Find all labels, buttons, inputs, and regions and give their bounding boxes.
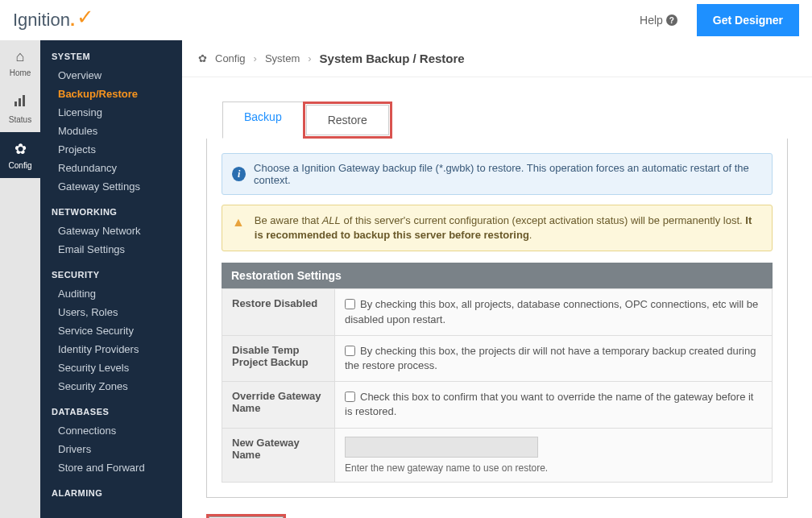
sidebar-item-redundancy[interactable]: Redundancy [40, 159, 182, 177]
get-designer-button[interactable]: Get Designer [697, 4, 799, 36]
file-row: Choose File Controller_Ignition-backup-2… [206, 514, 788, 519]
svg-rect-1 [19, 98, 21, 106]
help-link[interactable]: Help ? [640, 14, 677, 27]
desc-override-name: Check this box to confirm that you want … [345, 391, 753, 417]
side-header-databases: DATABASES [40, 407, 182, 421]
sidebar-item-backup-restore[interactable]: Backup/Restore [40, 85, 182, 103]
chevron-right-icon: › [308, 52, 311, 64]
sidebar-item-gateway-settings[interactable]: Gateway Settings [40, 177, 182, 196]
sidebar-item-overview[interactable]: Overview [40, 66, 182, 85]
warning-text: Be aware that ALL of this server's curre… [255, 213, 762, 242]
checkbox-override-name[interactable] [345, 392, 355, 402]
hint-new-name: Enter the new gateway name to use on res… [345, 462, 762, 474]
help-icon: ? [666, 15, 677, 26]
gear-icon: ✿ [14, 140, 27, 158]
rail-status-label: Status [9, 115, 31, 124]
tab-backup[interactable]: Backup [222, 102, 304, 139]
info-text: Choose a Ignition Gateway backup file (*… [254, 162, 762, 186]
desc-disable-temp: By checking this box, the projects dir w… [345, 345, 756, 371]
tab-restore-highlight: Restore [303, 102, 392, 139]
sidebar: SYSTEM Overview Backup/Restore Licensing… [40, 40, 182, 518]
crumb-system[interactable]: System [265, 52, 300, 64]
row-override-name: Override Gateway Name Check this box to … [222, 382, 773, 428]
row-disable-temp: Disable Temp Project Backup By checking … [222, 335, 773, 381]
sidebar-item-auditing[interactable]: Auditing [40, 284, 182, 303]
sidebar-item-store-forward[interactable]: Store and Forward [40, 458, 182, 477]
restore-panel: i Choose a Ignition Gateway backup file … [206, 139, 788, 498]
sidebar-item-modules[interactable]: Modules [40, 122, 182, 140]
rail-home[interactable]: ⌂ Home [0, 40, 40, 85]
home-icon: ⌂ [16, 48, 25, 65]
warning-bar: ▲ Be aware that ALL of this server's cur… [222, 205, 773, 251]
breadcrumb: ✿ Config › System › System Backup / Rest… [182, 40, 812, 77]
left-rail: ⌂ Home Status ✿ Config [0, 40, 40, 518]
crumb-config[interactable]: Config [215, 52, 246, 64]
svg-rect-0 [14, 102, 17, 106]
desc-restore-disabled: By checking this box, all projects, data… [345, 298, 758, 325]
checkbox-disable-temp[interactable] [345, 346, 355, 356]
sidebar-item-security-zones[interactable]: Security Zones [40, 377, 182, 396]
sidebar-item-users-roles[interactable]: Users, Roles [40, 303, 182, 321]
rail-config[interactable]: ✿ Config [0, 132, 40, 178]
logo: Ignition.✓ [13, 8, 94, 33]
row-restore-disabled: Restore Disabled By checking this box, a… [222, 289, 773, 335]
svg-rect-2 [23, 95, 25, 106]
checkbox-restore-disabled[interactable] [345, 299, 355, 309]
gear-icon: ✿ [198, 52, 207, 64]
label-new-name: New Gateway Name [222, 428, 335, 482]
label-restore-disabled: Restore Disabled [222, 289, 335, 335]
sidebar-item-security-levels[interactable]: Security Levels [40, 358, 182, 377]
info-icon: i [232, 167, 246, 181]
warning-icon: ▲ [232, 213, 245, 231]
logo-text: Ignition [13, 10, 70, 31]
side-header-networking: NETWORKING [40, 207, 182, 222]
topbar-right: Help ? Get Designer [640, 4, 799, 36]
side-header-alarming: ALARMING [40, 488, 182, 503]
content-area: ✿ Config › System › System Backup / Rest… [182, 40, 812, 518]
settings-header: Restoration Settings [222, 263, 773, 288]
label-override-name: Override Gateway Name [222, 382, 335, 428]
tab-restore[interactable]: Restore [306, 105, 389, 135]
sidebar-item-licensing[interactable]: Licensing [40, 103, 182, 122]
logo-dot: . [70, 10, 75, 31]
rail-config-label: Config [9, 161, 32, 170]
sidebar-item-service-security[interactable]: Service Security [40, 321, 182, 340]
choose-file-highlight: Choose File [206, 514, 286, 519]
sidebar-item-identity-providers[interactable]: Identity Providers [40, 340, 182, 358]
settings-table: Restore Disabled By checking this box, a… [222, 288, 773, 482]
bar-chart-icon [13, 93, 27, 112]
sidebar-item-gateway-network[interactable]: Gateway Network [40, 222, 182, 240]
side-header-security: SECURITY [40, 270, 182, 284]
side-header-system: SYSTEM [40, 52, 182, 66]
tab-row: Backup Restore [182, 77, 812, 139]
logo-swoosh-icon: ✓ [77, 5, 94, 30]
sidebar-item-drivers[interactable]: Drivers [40, 440, 182, 458]
info-bar: i Choose a Ignition Gateway backup file … [222, 153, 773, 195]
rail-home-label: Home [10, 68, 31, 77]
rail-status[interactable]: Status [0, 85, 40, 132]
sidebar-item-email-settings[interactable]: Email Settings [40, 240, 182, 259]
input-new-gateway-name[interactable] [345, 437, 538, 458]
topbar: Ignition.✓ Help ? Get Designer [0, 0, 812, 40]
chevron-right-icon: › [254, 52, 257, 64]
label-disable-temp: Disable Temp Project Backup [222, 335, 335, 381]
row-new-name: New Gateway Name Enter the new gateway n… [222, 428, 773, 482]
sidebar-item-connections[interactable]: Connections [40, 421, 182, 440]
sidebar-item-projects[interactable]: Projects [40, 140, 182, 159]
help-label: Help [640, 14, 663, 27]
page-title: System Backup / Restore [320, 52, 465, 65]
